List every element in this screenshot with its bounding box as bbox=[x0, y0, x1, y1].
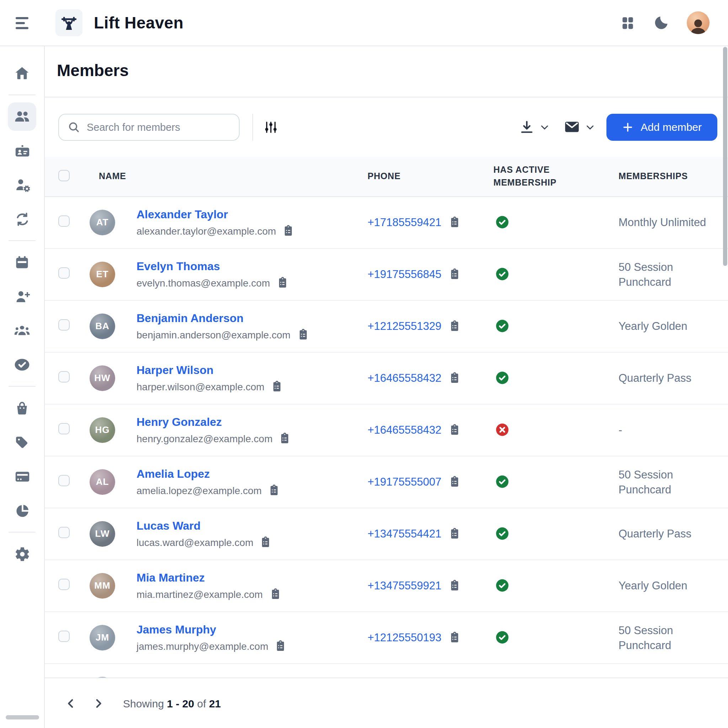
copy-email-icon[interactable] bbox=[277, 277, 289, 289]
row-checkbox[interactable] bbox=[58, 527, 70, 538]
copy-phone-icon[interactable] bbox=[449, 424, 461, 436]
row-checkbox[interactable] bbox=[58, 319, 70, 330]
users-group-icon bbox=[14, 322, 31, 339]
export-download-icon[interactable] bbox=[519, 119, 535, 135]
table-row[interactable]: BA Benjamin Anderson benjamin.anderson@e… bbox=[45, 301, 728, 353]
copy-phone-icon[interactable] bbox=[449, 476, 461, 488]
table-row[interactable]: HW Harper Wilson harper.wilson@example.c… bbox=[45, 353, 728, 405]
column-header-active[interactable]: HAS ACTIVE MEMBERSHIP bbox=[493, 164, 579, 190]
member-name-link[interactable]: Alexander Taylor bbox=[136, 208, 228, 222]
active-check-icon bbox=[496, 216, 509, 229]
page-title: Members bbox=[57, 60, 728, 80]
dark-mode-moon-icon[interactable] bbox=[653, 14, 670, 31]
table-row[interactable]: JM James Murphy james.murphy@example.com… bbox=[45, 612, 728, 664]
row-checkbox[interactable] bbox=[58, 579, 70, 590]
member-name-link[interactable]: Henry Gonzalez bbox=[136, 415, 222, 430]
member-name-link[interactable]: Amelia Lopez bbox=[136, 467, 210, 481]
search-input[interactable] bbox=[87, 122, 230, 133]
sidebar-item-groups[interactable] bbox=[8, 317, 36, 345]
member-phone-link[interactable]: +13475559921 bbox=[367, 580, 442, 592]
sidebar-scrollbar[interactable] bbox=[6, 715, 39, 719]
next-page-icon[interactable] bbox=[92, 697, 104, 709]
member-phone-link[interactable]: +19175555007 bbox=[367, 476, 442, 488]
table-row[interactable]: MM Mia Martinez mia.martinez@example.com… bbox=[45, 560, 728, 612]
previous-page-icon[interactable] bbox=[65, 697, 77, 709]
member-name-link[interactable]: Mia Martinez bbox=[136, 571, 205, 585]
user-plus-icon bbox=[14, 288, 30, 304]
copy-email-icon[interactable] bbox=[260, 537, 272, 549]
sidebar-nav bbox=[0, 46, 45, 728]
active-check-icon bbox=[496, 372, 509, 385]
member-phone-link[interactable]: +16465558432 bbox=[367, 424, 442, 436]
row-checkbox[interactable] bbox=[58, 475, 70, 486]
member-phone-link[interactable]: +12125551329 bbox=[367, 320, 442, 333]
copy-email-icon[interactable] bbox=[271, 381, 283, 393]
copy-phone-icon[interactable] bbox=[449, 580, 461, 592]
member-email: alexander.taylor@example.com bbox=[136, 225, 276, 237]
sidebar-item-home[interactable] bbox=[8, 59, 36, 87]
member-name-link[interactable]: James Murphy bbox=[136, 623, 216, 637]
filter-sliders-icon[interactable] bbox=[264, 120, 278, 135]
copy-phone-icon[interactable] bbox=[449, 632, 461, 644]
copy-phone-icon[interactable] bbox=[449, 268, 461, 280]
member-phone-link[interactable]: +12125550193 bbox=[367, 631, 442, 644]
row-checkbox[interactable] bbox=[58, 371, 70, 382]
sidebar-item-checkins[interactable] bbox=[8, 350, 36, 379]
column-header-phone[interactable]: PHONE bbox=[367, 172, 493, 182]
members-card: Add member NAME PHONE HAS ACTIVE MEMBERS… bbox=[45, 97, 728, 728]
sidebar-item-add-member[interactable] bbox=[8, 282, 36, 310]
credit-card-icon bbox=[14, 468, 30, 485]
row-checkbox[interactable] bbox=[58, 423, 70, 434]
copy-email-icon[interactable] bbox=[283, 225, 295, 237]
table-row[interactable]: HG Henry Gonzalez henry.gonzalez@example… bbox=[45, 405, 728, 456]
vertical-scrollbar[interactable] bbox=[723, 47, 727, 266]
sidebar-item-reports[interactable] bbox=[8, 496, 36, 525]
copy-email-icon[interactable] bbox=[297, 329, 309, 341]
member-phone-link[interactable]: +16465558432 bbox=[367, 372, 442, 385]
copy-phone-icon[interactable] bbox=[449, 528, 461, 540]
table-row[interactable]: LW Lucas Ward lucas.ward@example.com +13… bbox=[45, 508, 728, 560]
email-members-icon[interactable] bbox=[564, 119, 580, 135]
table-row[interactable]: AL Amelia Lopez amelia.lopez@example.com… bbox=[45, 456, 728, 508]
sidebar-item-tags[interactable] bbox=[8, 428, 36, 456]
sidebar-item-billing[interactable] bbox=[8, 462, 36, 491]
member-phone-link[interactable]: +17185559421 bbox=[367, 216, 442, 229]
sidebar-item-members[interactable] bbox=[8, 102, 36, 131]
table-row[interactable]: ET Evelyn Thomas evelyn.thomas@example.c… bbox=[45, 249, 728, 301]
sidebar-item-memberships[interactable] bbox=[8, 136, 36, 165]
copy-email-icon[interactable] bbox=[268, 485, 280, 497]
member-name-link[interactable]: Harper Wilson bbox=[136, 363, 214, 378]
apps-grid-icon[interactable] bbox=[620, 15, 636, 31]
sidebar-item-member-settings[interactable] bbox=[8, 171, 36, 199]
copy-phone-icon[interactable] bbox=[449, 217, 461, 229]
sidebar-item-sync[interactable] bbox=[8, 205, 36, 233]
member-name-link[interactable]: Evelyn Thomas bbox=[136, 260, 220, 274]
copy-email-icon[interactable] bbox=[275, 640, 287, 652]
sidebar-item-settings[interactable] bbox=[8, 540, 36, 568]
member-phone-link[interactable]: +13475554421 bbox=[367, 528, 442, 540]
row-checkbox[interactable] bbox=[58, 631, 70, 642]
table-row[interactable]: ID Isabella Davis bbox=[45, 664, 728, 678]
export-options-chevron-icon[interactable] bbox=[540, 122, 549, 132]
menu-icon[interactable] bbox=[16, 17, 30, 29]
column-header-memberships[interactable]: MEMBERSHIPS bbox=[614, 172, 728, 182]
member-phone-link[interactable]: +19175556845 bbox=[367, 268, 442, 281]
user-avatar[interactable] bbox=[687, 11, 710, 34]
table-row[interactable]: AT Alexander Taylor alexander.taylor@exa… bbox=[45, 197, 728, 249]
column-header-name[interactable]: NAME bbox=[90, 172, 367, 182]
member-avatar: AT bbox=[90, 210, 115, 236]
email-options-chevron-icon[interactable] bbox=[585, 122, 595, 132]
member-name-link[interactable]: Lucas Ward bbox=[136, 519, 200, 533]
row-checkbox[interactable] bbox=[58, 216, 70, 227]
copy-phone-icon[interactable] bbox=[449, 320, 461, 332]
copy-email-icon[interactable] bbox=[279, 433, 291, 445]
member-name-link[interactable]: Benjamin Anderson bbox=[136, 311, 243, 326]
copy-email-icon[interactable] bbox=[269, 588, 281, 600]
member-avatar: MM bbox=[90, 573, 115, 599]
row-checkbox[interactable] bbox=[58, 267, 70, 279]
add-member-button[interactable]: Add member bbox=[606, 114, 717, 141]
copy-phone-icon[interactable] bbox=[449, 372, 461, 384]
select-all-checkbox[interactable] bbox=[58, 170, 70, 181]
sidebar-item-calendar[interactable] bbox=[8, 248, 36, 277]
sidebar-item-shop[interactable] bbox=[8, 394, 36, 422]
